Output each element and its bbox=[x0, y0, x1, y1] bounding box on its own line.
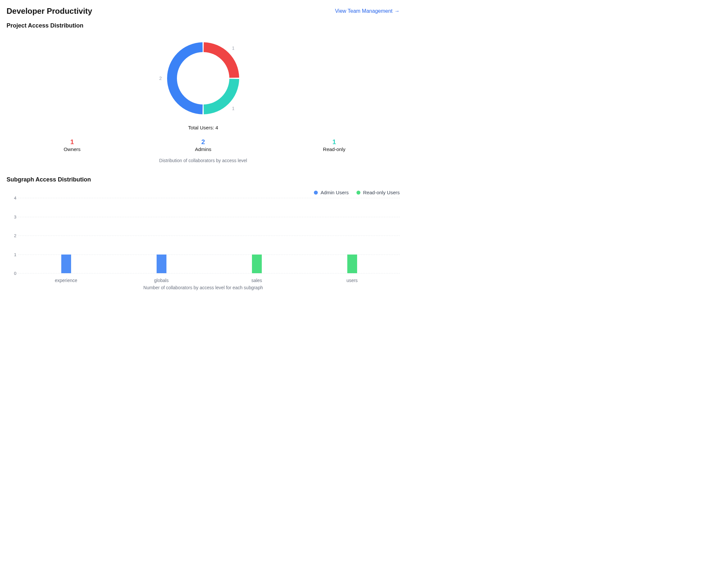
subgraph-access-section: Subgraph Access Distribution Admin Users… bbox=[7, 176, 400, 290]
stat-admins: 2 Admins bbox=[138, 138, 269, 152]
bar-group-experience bbox=[18, 198, 114, 273]
legend-readonly-label: Read-only Users bbox=[363, 190, 400, 195]
stat-owners-label: Owners bbox=[7, 146, 138, 152]
bar-chart-bars bbox=[18, 198, 400, 273]
subgraph-access-title: Subgraph Access Distribution bbox=[7, 176, 400, 183]
legend-admin-label: Admin Users bbox=[320, 190, 349, 195]
view-team-management-label: View Team Management bbox=[335, 8, 393, 14]
subgraph-access-caption: Number of collaborators by access level … bbox=[7, 285, 400, 290]
stat-admins-label: Admins bbox=[138, 146, 269, 152]
donut-value-label: 1 bbox=[232, 106, 235, 111]
donut-value-label: 1 bbox=[232, 46, 235, 51]
project-access-caption: Distribution of collaborators by access … bbox=[159, 158, 247, 163]
arrow-right-icon: → bbox=[394, 8, 400, 14]
stat-readonly-label: Read-only bbox=[269, 146, 400, 152]
legend-readonly: Read-only Users bbox=[356, 190, 400, 195]
x-label-users: users bbox=[304, 278, 400, 283]
page-title: Developer Productivity bbox=[7, 7, 92, 16]
y-tick-label: 3 bbox=[10, 214, 16, 219]
bar-users-read-only-users bbox=[347, 255, 357, 274]
stat-owners-count: 1 bbox=[7, 138, 138, 146]
x-label-globals: globals bbox=[114, 278, 209, 283]
y-tick-label: 0 bbox=[10, 271, 16, 276]
stat-readonly-count: 1 bbox=[269, 138, 400, 146]
legend-admin: Admin Users bbox=[314, 190, 349, 195]
bar-group-users bbox=[304, 198, 400, 273]
view-team-management-link[interactable]: View Team Management → bbox=[335, 8, 400, 14]
donut-segment-admins bbox=[167, 42, 203, 114]
bar-chart-legend: Admin Users Read-only Users bbox=[7, 190, 400, 195]
project-access-section: Project Access Distribution 112 Total Us… bbox=[7, 22, 400, 163]
bar-experience-admin-users bbox=[61, 255, 71, 274]
bar-chart-x-labels: experienceglobalssalesusers bbox=[18, 278, 400, 283]
donut-svg: 112 bbox=[151, 36, 256, 121]
bar-group-globals bbox=[114, 198, 209, 273]
donut-value-label: 2 bbox=[159, 76, 162, 81]
y-tick-label: 1 bbox=[10, 252, 16, 257]
stat-owners: 1 Owners bbox=[7, 138, 138, 152]
x-label-sales: sales bbox=[209, 278, 304, 283]
bar-globals-admin-users bbox=[157, 255, 166, 274]
legend-admin-dot-icon bbox=[314, 191, 318, 195]
total-users-label: Total Users: 4 bbox=[188, 125, 218, 130]
y-tick-label: 4 bbox=[10, 196, 16, 200]
bar-group-sales bbox=[209, 198, 304, 273]
legend-readonly-dot-icon bbox=[356, 191, 360, 195]
bar-sales-read-only-users bbox=[252, 255, 262, 274]
stat-admins-count: 2 bbox=[138, 138, 269, 146]
donut-chart: 112 Total Users: 4 1 Owners 2 Admins 1 R… bbox=[7, 36, 400, 163]
bar-chart: 01234 experienceglobalssalesusers bbox=[18, 198, 400, 283]
x-label-experience: experience bbox=[18, 278, 114, 283]
stat-row: 1 Owners 2 Admins 1 Read-only bbox=[7, 138, 400, 152]
grid-line bbox=[18, 273, 400, 274]
stat-readonly: 1 Read-only bbox=[269, 138, 400, 152]
y-tick-label: 2 bbox=[10, 233, 16, 238]
project-access-title: Project Access Distribution bbox=[7, 22, 400, 29]
